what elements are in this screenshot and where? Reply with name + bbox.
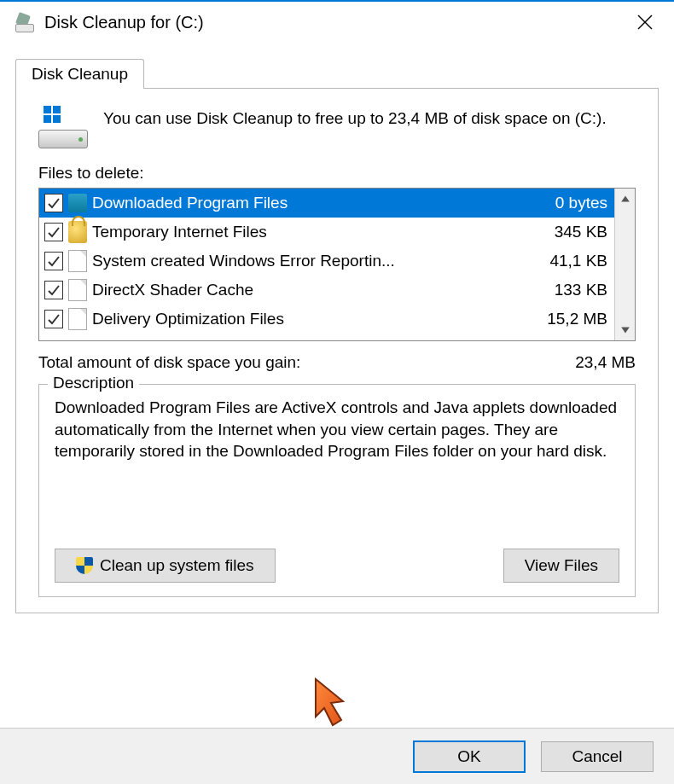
file-size: 15,2 MB xyxy=(547,310,607,328)
cancel-label: Cancel xyxy=(572,747,622,766)
description-group: Description Downloaded Program Files are… xyxy=(38,384,636,597)
list-rows: Downloaded Program Files0 bytesTemporary… xyxy=(39,189,614,340)
scroll-down-button[interactable] xyxy=(615,320,635,340)
file-size: 345 KB xyxy=(555,223,607,241)
file-size: 133 KB xyxy=(555,281,607,299)
total-value: 23,4 MB xyxy=(575,353,636,372)
cleanup-large-icon xyxy=(38,107,88,148)
file-row[interactable]: Delivery Optimization Files15,2 MB xyxy=(39,305,614,334)
tab-disk-cleanup[interactable]: Disk Cleanup xyxy=(15,59,144,89)
folder-icon xyxy=(68,194,87,212)
description-text: Downloaded Program Files are ActiveX con… xyxy=(55,397,619,533)
file-row[interactable]: Temporary Internet Files345 KB xyxy=(39,218,614,247)
file-name: Delivery Optimization Files xyxy=(92,310,547,328)
svg-marker-2 xyxy=(621,195,630,201)
close-icon xyxy=(637,15,653,30)
tab-bar: Disk Cleanup xyxy=(15,58,659,88)
file-name: Temporary Internet Files xyxy=(92,223,555,241)
lock-icon xyxy=(68,221,87,243)
clean-system-label: Clean up system files xyxy=(100,556,254,575)
total-label: Total amount of disk space you gain: xyxy=(38,353,300,372)
files-listbox[interactable]: Downloaded Program Files0 bytesTemporary… xyxy=(38,188,636,341)
file-row[interactable]: System created Windows Error Reportin...… xyxy=(39,247,614,276)
tab-area: Disk Cleanup You can use Disk Cleanup to… xyxy=(15,58,659,613)
doc-icon xyxy=(68,250,87,272)
disk-cleanup-window: Disk Cleanup for (C:) Disk Cleanup You c… xyxy=(0,0,674,784)
annotation-cursor-icon xyxy=(309,676,360,735)
file-checkbox[interactable] xyxy=(44,281,63,299)
file-checkbox[interactable] xyxy=(44,194,63,212)
svg-marker-3 xyxy=(621,327,630,333)
window-title: Disk Cleanup for (C:) xyxy=(44,13,204,32)
cancel-button[interactable]: Cancel xyxy=(541,741,654,772)
chevron-down-icon xyxy=(620,325,630,335)
file-size: 0 bytes xyxy=(555,194,607,212)
file-row[interactable]: Downloaded Program Files0 bytes xyxy=(39,189,614,218)
files-to-delete-label: Files to delete: xyxy=(38,164,636,183)
file-name: DirectX Shader Cache xyxy=(92,281,555,299)
disk-cleanup-icon xyxy=(15,12,36,32)
description-legend: Description xyxy=(48,374,139,392)
tab-content: You can use Disk Cleanup to free up to 2… xyxy=(15,88,659,613)
doc-icon xyxy=(68,308,87,330)
ok-button[interactable]: OK xyxy=(413,740,526,773)
file-row[interactable]: DirectX Shader Cache133 KB xyxy=(39,276,614,305)
file-checkbox[interactable] xyxy=(44,223,63,241)
ok-label: OK xyxy=(457,747,480,766)
doc-icon xyxy=(68,279,87,301)
clean-system-files-button[interactable]: Clean up system files xyxy=(55,549,276,583)
description-buttons: Clean up system files View Files xyxy=(55,549,619,583)
file-name: System created Windows Error Reportin... xyxy=(92,252,549,270)
chevron-up-icon xyxy=(620,194,630,204)
view-files-label: View Files xyxy=(525,556,598,575)
scroll-up-button[interactable] xyxy=(615,189,635,209)
shield-icon xyxy=(76,557,93,574)
file-size: 41,1 KB xyxy=(549,252,607,270)
file-checkbox[interactable] xyxy=(44,310,63,328)
file-checkbox[interactable] xyxy=(44,252,63,270)
intro-row: You can use Disk Cleanup to free up to 2… xyxy=(38,107,636,148)
scrollbar[interactable] xyxy=(614,189,635,340)
file-name: Downloaded Program Files xyxy=(92,194,555,212)
total-row: Total amount of disk space you gain: 23,… xyxy=(38,353,636,372)
titlebar: Disk Cleanup for (C:) xyxy=(0,2,674,43)
dialog-footer: OK Cancel xyxy=(0,728,674,784)
view-files-button[interactable]: View Files xyxy=(503,549,619,583)
close-button[interactable] xyxy=(619,2,671,43)
intro-text: You can use Disk Cleanup to free up to 2… xyxy=(103,107,636,130)
